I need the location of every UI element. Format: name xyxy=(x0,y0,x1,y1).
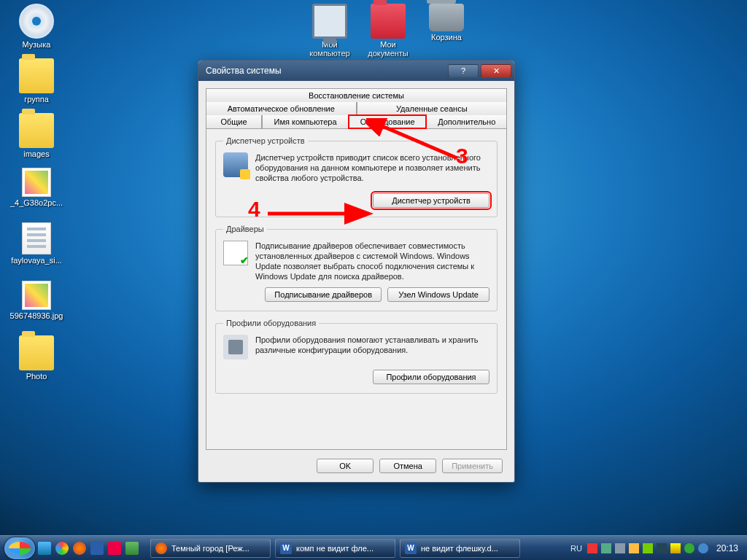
tray-icon[interactable] xyxy=(698,543,708,553)
tray-icon[interactable] xyxy=(601,543,611,553)
quicklaunch-firefox-icon[interactable] xyxy=(73,542,86,555)
icon-label: Корзина xyxy=(417,33,476,42)
tab-strip: Восстановление системы Автоматическое об… xyxy=(198,81,514,128)
trash-icon xyxy=(429,4,464,31)
group-legend: Драйверы xyxy=(223,225,267,233)
device-manager-button[interactable]: Диспетчер устройств xyxy=(373,193,489,208)
icon-label: группа xyxy=(7,95,66,104)
driver-signing-button[interactable]: Подписывание драйверов xyxy=(265,287,382,302)
taskbar-item-word-1[interactable]: W комп не видит фле... xyxy=(275,539,395,558)
group-drivers: Драйверы Подписывание драйверов обеспечи… xyxy=(215,225,498,311)
icon-label: images xyxy=(7,149,66,158)
image-thumb-icon xyxy=(22,281,51,310)
cancel-button[interactable]: Отмена xyxy=(379,459,436,473)
folder-icon xyxy=(19,58,54,93)
tab-advanced[interactable]: Дополнительно xyxy=(426,115,507,128)
documents-folder-icon xyxy=(371,4,406,39)
tab-system-restore[interactable]: Восстановление системы xyxy=(206,88,507,102)
image-thumb-icon xyxy=(22,168,51,197)
window-title: Свойства системы xyxy=(206,66,282,76)
tab-computer-name[interactable]: Имя компьютера xyxy=(262,115,349,128)
icon-label: Мои документы xyxy=(359,40,417,58)
system-tray[interactable]: RU 20:13 xyxy=(570,543,743,553)
desktop-icon-file2[interactable]: faylovaya_si... xyxy=(7,222,66,265)
hardware-profiles-desc: Профили оборудования помогают устанавлив… xyxy=(255,335,489,359)
desktop-icon-gruppa[interactable]: группа xyxy=(7,58,66,104)
file-icon xyxy=(22,222,51,254)
desktop-icon-photo[interactable]: Photo xyxy=(7,335,66,381)
start-button[interactable] xyxy=(4,537,35,559)
icon-label: _4_G38o2pc... xyxy=(7,198,66,207)
quicklaunch-utorrent-icon[interactable] xyxy=(125,542,139,555)
folder-icon xyxy=(19,335,54,370)
tab-hardware[interactable]: Оборудование xyxy=(349,115,426,128)
group-hardware-profiles: Профили оборудования Профили оборудовани… xyxy=(215,319,498,394)
word-icon: W xyxy=(280,542,292,554)
group-legend: Профили оборудования xyxy=(223,319,319,327)
help-button[interactable]: ? xyxy=(448,64,479,77)
desktop-icon-my-computer[interactable]: Мой компьютер xyxy=(301,4,359,58)
tray-icon[interactable] xyxy=(629,543,639,553)
desktop-icon-trash[interactable]: Корзина xyxy=(417,4,476,42)
close-button[interactable]: ✕ xyxy=(481,64,511,77)
desktop-icon-file1[interactable]: _4_G38o2pc... xyxy=(7,168,66,207)
quicklaunch-chrome-icon[interactable] xyxy=(55,542,69,555)
language-indicator[interactable]: RU xyxy=(570,544,582,553)
desktop-icon-images[interactable]: images xyxy=(7,113,66,158)
desktop-icon-pic1[interactable]: 596748936.jpg xyxy=(7,281,66,320)
hardware-profiles-button[interactable]: Профили оборудования xyxy=(373,370,489,384)
ok-button[interactable]: OK xyxy=(317,459,374,473)
group-legend: Диспетчер устройств xyxy=(223,136,308,145)
clock[interactable]: 20:13 xyxy=(712,543,743,553)
tab-panel-hardware: Диспетчер устройств Диспетчер устройств … xyxy=(206,128,507,450)
icon-label: faylovaya_si... xyxy=(7,256,66,265)
desktop: Музыка Мой компьютер Мои документы Корзи… xyxy=(0,0,747,560)
tray-icon[interactable] xyxy=(684,543,694,553)
icon-label: 596748936.jpg xyxy=(7,311,66,320)
computer-icon xyxy=(312,4,347,39)
tab-auto-update[interactable]: Автоматическое обновление xyxy=(206,102,357,115)
tray-icon[interactable] xyxy=(587,543,597,553)
taskbar-item-label: не видит флешку.d... xyxy=(421,544,498,553)
desktop-icon-my-documents[interactable]: Мои документы xyxy=(359,4,417,58)
icon-label: Photo xyxy=(7,372,66,381)
tray-icon[interactable] xyxy=(657,543,667,553)
taskbar-item-firefox[interactable]: Темный город [Реж... xyxy=(150,539,271,558)
drivers-desc: Подписывание драйверов обеспечивает совм… xyxy=(255,241,489,281)
icon-label: Музыка xyxy=(7,40,66,49)
tray-battery-icon[interactable] xyxy=(670,543,681,553)
tab-general[interactable]: Общие xyxy=(206,115,262,128)
tab-remote[interactable]: Удаленные сеансы xyxy=(357,102,508,115)
quicklaunch-ie-icon[interactable] xyxy=(38,542,51,555)
quicklaunch-opera-icon[interactable] xyxy=(108,542,121,555)
system-properties-dialog: Свойства системы ? ✕ Восстановление сист… xyxy=(198,60,515,483)
word-icon: W xyxy=(405,542,417,554)
windows-update-button[interactable]: Узел Windows Update xyxy=(387,287,489,302)
quicklaunch-save-icon[interactable] xyxy=(90,542,104,555)
taskbar-item-label: Темный город [Реж... xyxy=(171,544,249,553)
tray-icon[interactable] xyxy=(643,543,653,553)
dialog-button-row: OK Отмена Применить xyxy=(198,450,514,482)
annotation-label-3: 3 xyxy=(456,144,468,168)
device-manager-icon xyxy=(223,152,248,177)
titlebar[interactable]: Свойства системы ? ✕ xyxy=(198,61,514,81)
cd-icon xyxy=(19,4,54,39)
taskbar: Темный город [Реж... W комп не видит фле… xyxy=(0,535,747,560)
device-manager-desc: Диспетчер устройств приводит список всег… xyxy=(255,152,489,183)
taskbar-item-word-2[interactable]: W не видит флешку.d... xyxy=(400,539,520,558)
hardware-profiles-icon xyxy=(223,335,248,359)
tray-icon[interactable] xyxy=(615,543,625,553)
firefox-icon xyxy=(155,542,167,554)
annotation-label-4: 4 xyxy=(248,197,260,222)
drivers-icon xyxy=(223,241,248,265)
folder-icon xyxy=(19,113,54,148)
apply-button[interactable]: Применить xyxy=(442,459,503,473)
taskbar-item-label: комп не видит фле... xyxy=(296,544,374,553)
desktop-icon-music[interactable]: Музыка xyxy=(7,4,66,49)
